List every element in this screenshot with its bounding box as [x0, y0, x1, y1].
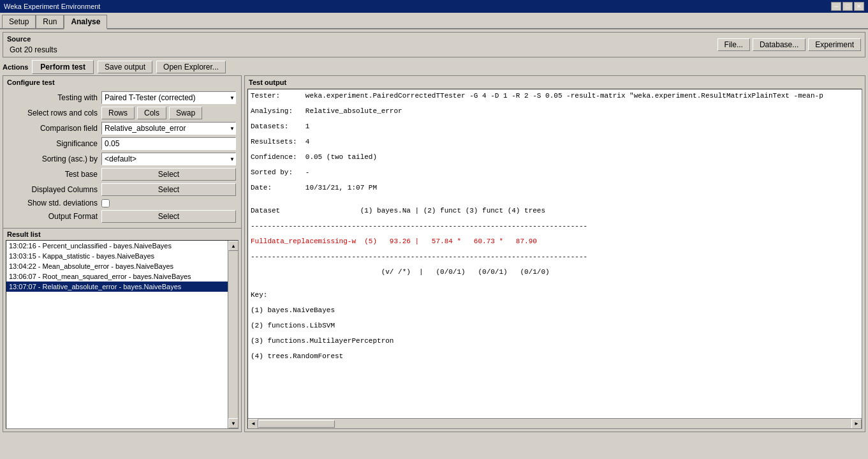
testing-with-wrapper: Paired T-Tester (corrected) ▼: [101, 91, 236, 104]
scroll-track[interactable]: [228, 251, 238, 418]
result-item-2[interactable]: 13:04:22 - Mean_absolute_error - bayes.N…: [6, 261, 228, 271]
right-panel: Test output Tester: weka.experiment.Pair…: [244, 75, 865, 432]
minimize-button[interactable]: ─: [831, 2, 841, 11]
source-label: Source Got 20 results: [7, 35, 57, 54]
separator2-line: ----------------------------------------…: [251, 253, 859, 260]
scroll-down-button[interactable]: ▼: [228, 418, 239, 428]
source-panel: Source Got 20 results File... Database..…: [3, 32, 865, 57]
show-std-checkbox[interactable]: [101, 199, 110, 207]
result-list-section: Result list 13:02:16 - Percent_unclassif…: [3, 228, 241, 432]
sorting-label: Sorting (asc.) by: [8, 154, 98, 163]
close-button[interactable]: ✕: [854, 2, 864, 11]
result-item-0[interactable]: 13:02:16 - Percent_unclassified - bayes.…: [6, 241, 228, 251]
actions-buttons: Perform test Save output Open Explorer..…: [32, 60, 225, 74]
rows-button[interactable]: Rows: [101, 107, 135, 119]
source-status: Got 20 results: [7, 45, 57, 54]
dataset-header-line: Dataset (1) bayes.Na | (2) funct (3) fun…: [251, 207, 859, 214]
displayed-columns-button[interactable]: Select: [101, 183, 236, 196]
sorting-wrapper: <default> ▼: [101, 153, 236, 165]
displayed-columns-label: Displayed Columns: [8, 185, 98, 194]
experiment-button[interactable]: Experiment: [808, 38, 861, 51]
test-output-area: Tester: weka.experiment.PairedCorrectedT…: [247, 89, 862, 429]
rows-cols-label: Select rows and cols: [8, 109, 98, 117]
comparison-field-label: Comparison field: [8, 124, 98, 133]
comparison-field-wrapper: Relative_absolute_error ▼: [101, 122, 236, 135]
testing-with-label: Testing with: [8, 93, 98, 102]
analysing-line: Analysing: Relative_absolute_error: [251, 107, 859, 115]
key4-line: (4) trees.RandomForest: [251, 352, 859, 360]
scroll-right-button[interactable]: ►: [851, 419, 862, 429]
test-base-label: Test base: [8, 170, 98, 179]
summary-row-line: (v/ /*) | (0/0/1) (0/0/1) (0/1/0): [251, 268, 859, 276]
save-output-label: Save output: [105, 63, 145, 71]
result-item-4[interactable]: 13:07:07 - Relative_absolute_error - bay…: [6, 282, 228, 292]
source-row: Source Got 20 results File... Database..…: [7, 35, 861, 54]
scroll-up-button[interactable]: ▲: [228, 241, 239, 251]
output-format-button[interactable]: Select: [101, 210, 236, 223]
data-row-line: Fulldata_replacemissing-w (5) 93.26 | 57…: [251, 237, 859, 245]
horizontal-scrollbar: ◄ ►: [248, 418, 862, 428]
actions-section: Actions Perform test Save output Open Ex…: [0, 59, 868, 75]
result-item-3[interactable]: 13:06:07 - Root_mean_squared_error - bay…: [6, 271, 228, 282]
separator1-line: ----------------------------------------…: [251, 222, 859, 230]
datasets-line: Datasets: 1: [251, 123, 859, 130]
show-std-label: Show std. deviations: [8, 199, 98, 207]
open-explorer-button[interactable]: Open Explorer...: [156, 61, 226, 73]
result-item-1[interactable]: 13:03:15 - Kappa_statistic - bayes.Naive…: [6, 251, 228, 261]
database-button[interactable]: Database...: [753, 38, 805, 51]
test-output-content[interactable]: Tester: weka.experiment.PairedCorrectedT…: [248, 89, 862, 418]
result-list-title: Result list: [3, 229, 241, 240]
title-bar-controls: ─ □ ✕: [831, 2, 864, 11]
tester-line: Tester: weka.experiment.PairedCorrectedT…: [251, 92, 859, 100]
source-buttons: File... Database... Experiment: [717, 38, 861, 51]
maximize-button[interactable]: □: [842, 2, 853, 11]
test-base-button[interactable]: Select: [101, 168, 236, 181]
cols-button[interactable]: Cols: [137, 107, 166, 119]
key-header-line: Key:: [251, 291, 859, 299]
show-std-wrap: [101, 199, 236, 207]
sorting-select[interactable]: <default>: [101, 153, 236, 165]
title-bar: Weka Experiment Environment ─ □ ✕: [0, 0, 868, 13]
result-list-items: 13:02:16 - Percent_unclassified - bayes.…: [6, 241, 238, 428]
key1-line: (1) bayes.NaiveBayes: [251, 306, 859, 314]
key3-line: (3) functions.MultilayerPerceptron: [251, 337, 859, 345]
tab-setup[interactable]: Setup: [2, 15, 36, 28]
output-format-label: Output Format: [8, 212, 98, 221]
key2-line: (2) functions.LibSVM: [251, 322, 859, 329]
resultsets-line: Resultsets: 4: [251, 138, 859, 146]
test-output-title: Test output: [245, 76, 865, 89]
significance-input[interactable]: [101, 137, 236, 150]
scroll-left-button[interactable]: ◄: [248, 419, 258, 429]
configure-test-title: Configure test: [3, 76, 241, 89]
swap-button[interactable]: Swap: [169, 107, 202, 119]
h-scroll-track[interactable]: [258, 419, 851, 428]
actions-label: Actions: [3, 63, 28, 71]
confidence-line: Confidence: 0.05 (two tailed): [251, 153, 859, 161]
h-scroll-thumb[interactable]: [258, 420, 335, 428]
tab-analyse[interactable]: Analyse: [64, 15, 107, 29]
result-list-container: 13:02:16 - Percent_unclassified - bayes.…: [6, 240, 239, 429]
comparison-field-select[interactable]: Relative_absolute_error: [101, 122, 236, 135]
result-list-scrollbar: ▲ ▼: [228, 241, 238, 428]
date-line: Date: 10/31/21, 1:07 PM: [251, 184, 859, 192]
significance-label: Significance: [8, 139, 98, 148]
tab-run[interactable]: Run: [36, 15, 64, 28]
window-title: Weka Experiment Environment: [4, 3, 100, 10]
tab-bar: Setup Run Analyse: [0, 13, 868, 29]
save-output-button[interactable]: Save output: [98, 61, 152, 73]
perform-test-button[interactable]: Perform test: [32, 60, 94, 74]
config-grid: Testing with Paired T-Tester (corrected)…: [3, 89, 241, 225]
rows-cols-buttons: Rows Cols Swap: [101, 107, 236, 119]
sorted-by-line: Sorted by: -: [251, 169, 859, 176]
file-button[interactable]: File...: [717, 38, 750, 51]
left-panel: Configure test Testing with Paired T-Tes…: [3, 75, 242, 432]
testing-with-select[interactable]: Paired T-Tester (corrected): [101, 91, 236, 104]
main-content: Configure test Testing with Paired T-Tes…: [3, 75, 865, 432]
